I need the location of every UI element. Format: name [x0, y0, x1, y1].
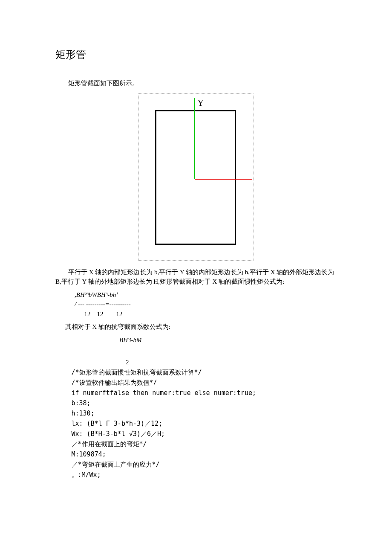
code-line: if numerftfalse then numer:true else num… [72, 389, 256, 397]
y-axis-label: Y [198, 96, 204, 109]
formula-moment-of-inertia: ,BH²³bWBH³-bhⁱ / --- ---------=---------… [75, 290, 337, 319]
x-axis-line [195, 179, 252, 180]
wx-paragraph: 其相对于 X 轴的抗弯截面系数公式为: [55, 322, 337, 332]
code-line: /*设置软件输出结果为数值*/ [72, 379, 157, 386]
code-line: h:130; [72, 410, 95, 417]
formula-line-3: 12 12 12 [75, 309, 337, 319]
spacer [55, 345, 337, 357]
y-axis-line [194, 98, 195, 179]
code-line: 。:M/Wx; [72, 471, 101, 479]
intro-paragraph: 矩形管截面如下图所示。 [55, 78, 337, 88]
code-line: M:109874; [72, 450, 106, 458]
code-line: Wx: (B*H-3-b*l √3)／6／H; [72, 430, 165, 438]
formula-section-modulus: BH3-bM [119, 335, 337, 345]
description-paragraph: 平行于 X 轴的内部矩形边长为 b,平行于 Y 轴的内部矩形边长为 h,平行于 … [55, 267, 337, 287]
cross-section-diagram: Y [138, 93, 254, 261]
code-line: ／*弯矩在截面上产生的应力*/ [72, 461, 160, 468]
code-line: ／*作用在截面上的弯矩*/ [72, 440, 147, 448]
formula-line-2: / --- ---------=---------- [75, 299, 337, 309]
formula-denominator: 2 [126, 357, 337, 367]
page-title: 矩形管 [55, 47, 337, 62]
formula-line-1: ,BH²³bWBH³-bhⁱ [75, 290, 337, 300]
code-line: b:38; [72, 399, 91, 407]
document-page: 矩形管 矩形管截面如下图所示。 Y 平行于 X 轴的内部矩形边长为 b,平行于 … [0, 0, 392, 506]
code-line: lx: (B*l Γ 3-b*h-3)／12; [72, 420, 163, 427]
code-block: /*矩形管的截面惯性矩和抗弯截面系数计算*/ /*设置软件输出结果为数值*/ i… [72, 367, 337, 480]
inner-rectangle [155, 110, 236, 245]
diagram-container: Y [55, 93, 337, 261]
code-line: /*矩形管的截面惯性矩和抗弯截面系数计算*/ [72, 369, 202, 376]
